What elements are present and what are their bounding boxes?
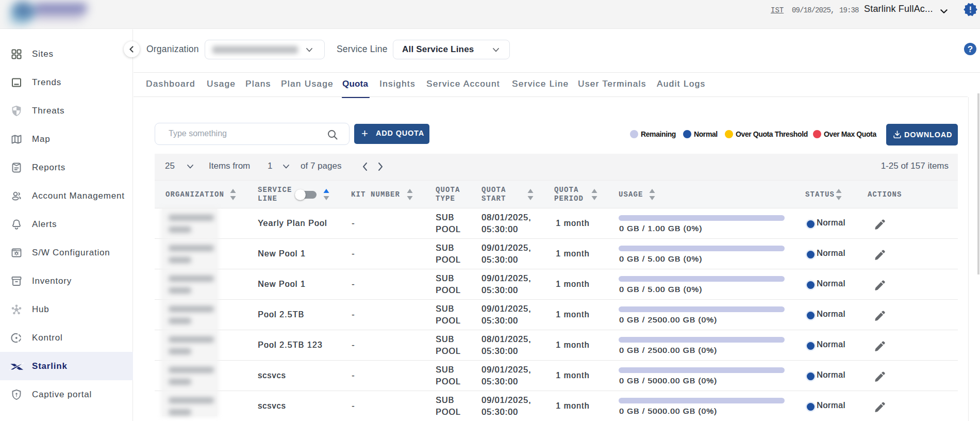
svg-text:?: ? (968, 44, 973, 54)
